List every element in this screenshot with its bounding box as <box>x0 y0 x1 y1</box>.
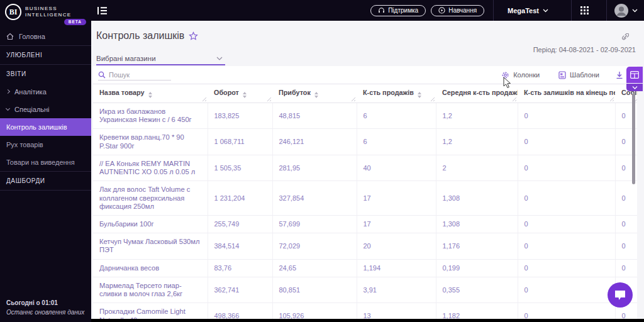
chevron-down-icon <box>6 106 10 111</box>
templates-button[interactable]: Шаблони <box>558 71 599 79</box>
chevron-down-icon <box>543 9 548 13</box>
store-filter-select[interactable]: Вибрані магазини <box>96 54 225 65</box>
sort-icon[interactable] <box>314 92 318 98</box>
cell-profit: 327,854 <box>272 181 357 216</box>
user-menu[interactable] <box>607 4 644 18</box>
page-title-text: Контроль залишків <box>96 30 184 42</box>
column-header[interactable]: Назва товару <box>93 84 208 103</box>
cell-avg-sales: 1,2 <box>436 103 518 129</box>
cell-sales-count: 40 <box>357 155 436 180</box>
templates-label: Шаблони <box>570 71 599 79</box>
chevron-down-icon <box>632 9 638 13</box>
template-file-icon <box>558 71 566 79</box>
app-logo[interactable]: BI BUSINESS INTELLIGENCE BETA <box>0 0 91 28</box>
cell-sales-count: 6 <box>357 103 436 129</box>
chat-widget-button[interactable] <box>608 282 633 308</box>
cell-sales-count: 20 <box>357 233 436 259</box>
cell-sales-count: 3,91 <box>357 277 436 303</box>
chevron-down-icon <box>216 57 223 60</box>
cell-profit: 48,815 <box>272 103 357 129</box>
cell-sales-count: 1,194 <box>357 259 436 277</box>
cell-turnover: 83,76 <box>208 259 272 277</box>
table-row[interactable]: Креветки вар.панц.70 * 90 P.Star 900г 1 … <box>93 129 637 155</box>
sort-icon[interactable] <box>243 92 247 98</box>
column-header-label: Оборот <box>214 89 239 96</box>
sort-icon[interactable] <box>148 92 152 98</box>
search-icon <box>98 71 106 79</box>
cell-product-name: Кетчуп Чумак Ласковый 530мл ПЭТ <box>93 233 208 259</box>
table-row[interactable]: Дарничанка весов 83,76 24,65 1,194 0,199… <box>93 259 637 277</box>
cell-avg-sales: 1,176 <box>436 233 518 259</box>
logo-line2: INTELLIGENCE <box>25 12 71 18</box>
download-button[interactable] <box>616 71 623 79</box>
table-toolbar: Колонки Шаблони <box>93 66 637 84</box>
menu-toggle-button[interactable] <box>97 6 108 15</box>
table-view-toggle-button[interactable] <box>626 67 643 83</box>
support-button[interactable]: Підтримка <box>370 5 426 16</box>
search-input[interactable] <box>109 71 167 79</box>
sidebar-section-reports: ЗВІТИ <box>0 65 91 83</box>
sidebar-subitem[interactable]: Товари на виведення <box>0 153 91 171</box>
sidebar-item-special[interactable]: Спеціальні <box>0 101 91 118</box>
cell-profit: 24,65 <box>272 259 357 277</box>
training-button[interactable]: Навчання <box>431 5 484 16</box>
period-label: Період: 04-08-2021 - 02-09-2021 <box>533 46 636 53</box>
cell-avg-sales: 2 <box>436 155 518 180</box>
column-header[interactable]: Прибуток <box>272 84 357 103</box>
sidebar-subitem-label: Товари на виведення <box>6 158 75 166</box>
cell-stock-end: 0 <box>518 259 615 277</box>
column-header-label: Прибуток <box>279 89 311 96</box>
column-header[interactable]: Оборот <box>208 84 272 103</box>
page-title: Контроль залишків <box>96 30 198 42</box>
column-header[interactable]: К-сть залишків на кінець періоду <box>518 84 615 103</box>
sidebar-item-label: Головна <box>19 33 45 40</box>
cell-turnover: 384,514 <box>208 233 272 259</box>
share-link-button[interactable] <box>620 33 629 45</box>
cell-profit: 246,121 <box>272 129 357 155</box>
table-row[interactable]: Бульбарики 100г 255,749 57,699 17 1,308 … <box>93 215 637 233</box>
report-card: Колонки Шаблони <box>93 66 637 319</box>
table-row[interactable]: Прокладки Camomile Light Naturella 40шт … <box>93 303 637 319</box>
cell-product-name: Мармелад Терсето пиар-сливки в молоч гла… <box>93 277 208 303</box>
cell-turnover: 255,749 <box>208 215 272 233</box>
cell-avg-sales: 1,308 <box>436 181 518 216</box>
collapse-panel-button[interactable] <box>626 84 643 91</box>
training-label: Навчання <box>448 7 477 14</box>
divider <box>0 190 91 191</box>
link-icon <box>620 33 629 42</box>
columns-label: Колонки <box>513 71 540 79</box>
last-update-label: Останнє оновлення даних <box>6 308 84 317</box>
chat-bubble-icon <box>614 289 626 301</box>
search-box[interactable] <box>98 70 171 80</box>
cell-sales-count: 17 <box>357 181 436 216</box>
apps-grid-button[interactable] <box>572 6 597 14</box>
sidebar-item-analytics[interactable]: Аналітика <box>0 83 91 101</box>
cell-sales-count: 13 <box>357 303 436 319</box>
cell-sales-count: 17 <box>357 215 436 233</box>
favorite-star-icon[interactable] <box>189 31 198 41</box>
cell-avg-sales: 0,355 <box>436 277 518 303</box>
cell-product-name: // ЕА Коньяк REMY MARTIN AUTNENTIC XO 0.… <box>93 155 208 180</box>
table-row[interactable]: Лак для волос Taft Volume с коллагеном с… <box>93 181 637 216</box>
account-menu[interactable]: MegaTest <box>494 7 562 14</box>
chevron-right-icon <box>6 89 10 94</box>
cell-stock-end: 0 <box>518 129 615 155</box>
sidebar-item-home[interactable]: Головна <box>0 28 91 45</box>
table-row[interactable]: Икра из баклажанов Украинская Нежин с / … <box>93 103 637 129</box>
sidebar-subitem[interactable]: Рух товарів <box>0 136 91 153</box>
download-icon <box>616 71 623 79</box>
cell-turnover: 1 231,204 <box>208 181 272 216</box>
store-filter-value: Вибрані магазини <box>96 55 156 62</box>
cell-turnover: 362,741 <box>208 277 272 303</box>
sidebar-subitem[interactable]: Контроль залишків <box>0 118 91 136</box>
cell-product-name: Икра из баклажанов Украинская Нежин с / … <box>93 103 208 129</box>
table-scrollbar[interactable] <box>632 93 635 184</box>
sort-icon[interactable] <box>418 92 421 98</box>
table-row[interactable]: Мармелад Терсето пиар-сливки в молоч гла… <box>93 277 637 303</box>
column-header[interactable]: К-сть продажів <box>357 84 436 103</box>
play-circle-icon <box>438 7 445 14</box>
sidebar-special-list: Контроль залишків Рух товарів Товари на … <box>0 118 91 171</box>
account-name: MegaTest <box>508 7 539 14</box>
table-row[interactable]: Кетчуп Чумак Ласковый 530мл ПЭТ 384,514 … <box>93 233 637 259</box>
table-row[interactable]: // ЕА Коньяк REMY MARTIN AUTNENTIC XO 0.… <box>93 155 637 180</box>
